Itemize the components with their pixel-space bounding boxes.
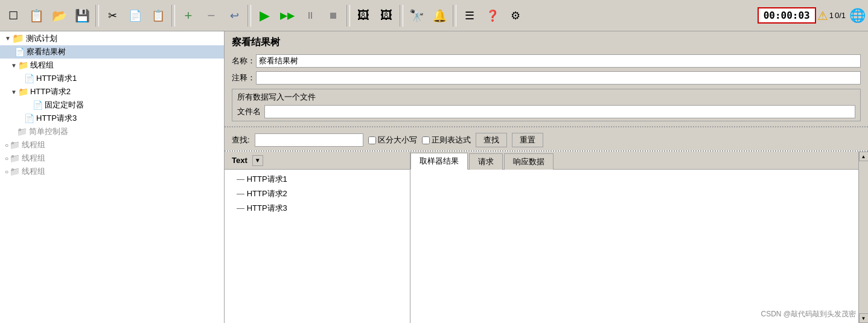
warning-group: ⚠ 1 0/1 xyxy=(817,8,846,23)
tree-label-ctrl: 简单控制器 xyxy=(29,126,68,137)
reset-button[interactable]: 重置 xyxy=(512,133,543,147)
filename-label: 文件名 xyxy=(237,106,261,117)
form-panel: 察看结果树 名称： 注释： 所有数据写入一个文件 文件名 xyxy=(225,31,868,124)
sep5 xyxy=(400,5,403,27)
expand-icon-tg2: ○ xyxy=(5,142,8,149)
folder-icon-tg1: 📁 xyxy=(18,60,28,70)
list-button[interactable]: ☰ xyxy=(459,5,480,27)
watermark: CSDN @敲代码敲到头发茂密 xyxy=(761,309,856,319)
panel-title: 察看结果树 xyxy=(225,31,868,53)
template-button[interactable]: 📋 xyxy=(25,5,47,27)
globe-icon: 🌐 xyxy=(849,8,866,24)
tree-label-tg1: 线程组 xyxy=(30,60,54,71)
tree-label-http3: HTTP请求3 xyxy=(36,113,77,124)
tree-item-tg4[interactable]: ○ 📁 线程组 xyxy=(0,165,224,178)
tab-response-data[interactable]: 响应数据 xyxy=(504,153,554,170)
folder-icon-ctrl: 📁 xyxy=(17,127,27,136)
expand-icon-tg1: ▼ xyxy=(11,62,17,69)
tree-item-http3[interactable]: 📄 HTTP请求3 xyxy=(0,112,224,125)
stop-button[interactable]: ⏹ xyxy=(322,5,344,27)
sep2 xyxy=(171,5,175,27)
column-label: Text xyxy=(227,156,252,165)
list-item[interactable]: HTTP请求1 xyxy=(225,172,410,187)
add-button[interactable]: + xyxy=(177,5,199,27)
copy-button[interactable]: 📄 xyxy=(124,5,146,27)
image2-button[interactable]: 🖼 xyxy=(375,5,397,27)
right-panel: 察看结果树 名称： 注释： 所有数据写入一个文件 文件名 xyxy=(225,31,868,323)
folder-icon-tg3: 📁 xyxy=(10,153,20,163)
list-item[interactable]: HTTP请求3 xyxy=(225,201,410,216)
scroll-up-button[interactable]: ▲ xyxy=(859,152,869,161)
tab-request[interactable]: 请求 xyxy=(469,153,503,170)
tree-item-http2[interactable]: ▼ 📁 HTTP请求2 xyxy=(0,85,224,98)
tree-item-controller[interactable]: ▶ 📁 简单控制器 xyxy=(0,125,224,138)
comment-input[interactable] xyxy=(256,71,861,85)
tree-label-timer: 固定定时器 xyxy=(45,100,84,110)
search-bar: 查找: 区分大小写 正则表达式 查找 重置 xyxy=(225,130,868,150)
progress-display: 0/1 xyxy=(835,11,846,20)
undo-button[interactable]: ↩ xyxy=(223,5,245,27)
file-row: 文件名 xyxy=(237,105,855,118)
list-item[interactable]: HTTP请求2 xyxy=(225,187,410,201)
result-header: Text ▼ xyxy=(225,152,410,170)
paste-button[interactable]: 📋 xyxy=(147,5,169,27)
folder-icon-test-plan: 📁 xyxy=(12,33,24,44)
tree-item-http1[interactable]: 📄 HTTP请求1 xyxy=(0,72,224,85)
folder-icon-tg2: 📁 xyxy=(10,140,20,150)
tree-item-tg3[interactable]: ○ 📁 线程组 xyxy=(0,152,224,165)
help-button[interactable]: ❓ xyxy=(482,5,503,27)
case-sensitive-group: 区分大小写 xyxy=(368,135,417,146)
image1-button[interactable]: 🖼 xyxy=(353,5,374,27)
result-list: HTTP请求1 HTTP请求2 HTTP请求3 xyxy=(225,170,410,323)
file-icon-view-tree: 📄 xyxy=(14,47,25,57)
case-sensitive-checkbox[interactable] xyxy=(368,136,376,144)
search-button[interactable]: 🔭 xyxy=(406,5,427,27)
search-label: 查找: xyxy=(232,135,250,146)
sep1 xyxy=(95,5,99,27)
expand-icon-tg3: ○ xyxy=(5,155,8,162)
tree-label-tg2: 线程组 xyxy=(22,139,45,150)
save-button[interactable]: 💾 xyxy=(71,5,93,27)
tree-item-tg2[interactable]: ○ 📁 线程组 xyxy=(0,138,224,152)
main-layout: ▼ 📁 测试计划 📄 察看结果树 ▼ 📁 线程组 📄 HTTP请求1 ▼ 📁 xyxy=(0,31,868,323)
sep3 xyxy=(247,5,251,27)
tree-item-test-plan[interactable]: ▼ 📁 测试计划 xyxy=(0,31,224,45)
tab-content-area xyxy=(410,170,858,323)
find-button[interactable]: 查找 xyxy=(476,133,507,147)
remove-button[interactable]: − xyxy=(200,5,222,27)
tree-label-http1: HTTP请求1 xyxy=(36,73,77,84)
divider-1 xyxy=(225,126,868,127)
run-all-button[interactable]: ▶▶ xyxy=(276,5,298,27)
regex-group: 正则表达式 xyxy=(422,135,471,146)
comment-label: 注释： xyxy=(232,72,256,83)
filename-input[interactable] xyxy=(264,105,855,118)
tree-item-timer[interactable]: 📄 固定定时器 xyxy=(0,98,224,112)
tree-panel: ▼ 📁 测试计划 📄 察看结果树 ▼ 📁 线程组 📄 HTTP请求1 ▼ 📁 xyxy=(0,31,225,323)
column-dropdown-button[interactable]: ▼ xyxy=(252,155,263,166)
expand-icon-tg4: ○ xyxy=(5,168,8,175)
warning-icon: ⚠ xyxy=(817,8,828,23)
expand-icon-http2: ▼ xyxy=(11,89,17,95)
regex-checkbox[interactable] xyxy=(422,136,430,144)
tree-item-view-tree[interactable]: 📄 察看结果树 xyxy=(0,45,224,59)
result-area: Text ▼ HTTP请求1 HTTP请求2 HTTP请求3 取样器结果 请求 … xyxy=(225,150,868,323)
tabs-bar: 取样器结果 请求 响应数据 xyxy=(410,152,858,170)
file-icon-timer: 📄 xyxy=(33,100,43,110)
folder-icon-http2: 📁 xyxy=(18,87,28,97)
file-icon-http3: 📄 xyxy=(24,114,34,123)
right-scrollbar: ▲ ▼ xyxy=(858,152,868,323)
run-button[interactable]: ▶ xyxy=(254,5,275,27)
new-button[interactable]: ☐ xyxy=(2,5,24,27)
settings-button[interactable]: ⚙ xyxy=(505,5,526,27)
cut-button[interactable]: ✂ xyxy=(101,5,123,27)
scroll-down-button[interactable]: ▼ xyxy=(859,313,869,323)
bell-button[interactable]: 🔔 xyxy=(429,5,450,27)
result-right: 取样器结果 请求 响应数据 xyxy=(410,152,858,323)
search-input[interactable] xyxy=(255,133,363,147)
open-button[interactable]: 📂 xyxy=(48,5,70,27)
tree-item-thread-group1[interactable]: ▼ 📁 线程组 xyxy=(0,59,224,72)
comment-row: 注释： xyxy=(225,69,868,86)
pause-button[interactable]: ⏸ xyxy=(299,5,321,27)
name-input[interactable] xyxy=(256,54,861,68)
tab-sampler-results[interactable]: 取样器结果 xyxy=(410,153,468,170)
